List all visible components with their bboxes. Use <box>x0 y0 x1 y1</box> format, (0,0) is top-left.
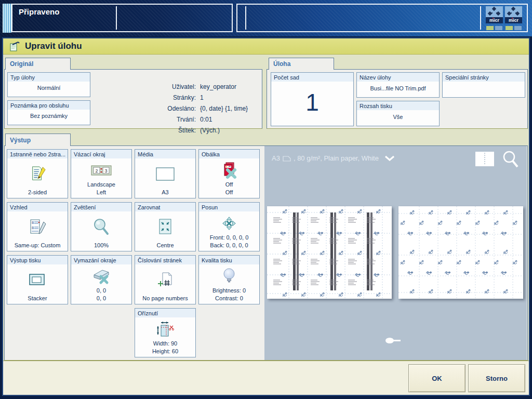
ok-button-label: OK <box>432 375 442 382</box>
top-status-bar: Připraveno micr micr <box>0 0 532 36</box>
print-range-button[interactable]: Rozsah tisku Vše <box>356 101 440 126</box>
layout-label: Vzhled <box>7 203 68 211</box>
micr-status-lights-1 <box>486 26 503 30</box>
svg-text:3: 3 <box>104 168 107 173</box>
micr-icon: micr <box>486 6 503 23</box>
tab-output-label: Výstup <box>10 137 31 144</box>
printer-status-text: Připraveno <box>19 7 59 16</box>
output-destination-button[interactable]: Výstup tisku Stacker <box>7 255 68 304</box>
page-numbering-value: No page numbers <box>135 295 195 304</box>
info-value: (Vých.) <box>200 127 248 134</box>
reduce-enlarge-label: Zvětšení <box>71 203 131 211</box>
tab-output[interactable]: Výstup <box>5 134 71 146</box>
job-info-list: Uživatel:key_operator Stránky:1 Odesláno… <box>135 83 248 134</box>
output-destination-value: Stacker <box>7 295 68 304</box>
operator-note-button[interactable]: Poznámka pro obsluhu Bez poznámky <box>7 100 90 125</box>
print-quality-label: Kvalita tisku <box>199 256 259 264</box>
reduce-enlarge-button[interactable]: Zvětšení 100% <box>71 202 132 251</box>
job-type-label: Typ úlohy <box>8 73 90 82</box>
tab-original[interactable]: Originál <box>5 58 71 70</box>
duplex-icon <box>7 158 68 189</box>
micr-label: micr <box>489 18 499 23</box>
preview-sheet-back[interactable] <box>398 206 523 299</box>
image-shift-button[interactable]: Posun Front: 0, 0, 0, 0 Back: 0, 0, 0, 0 <box>198 202 260 251</box>
print-quality-button[interactable]: Kvalita tisku Brightness: 0 Contrast: 0 <box>198 255 260 304</box>
tab-original-label: Originál <box>10 60 33 68</box>
media-dropdown[interactable]: A3 , 80 g/m², Plain paper, White <box>272 154 395 162</box>
media-value: A3 <box>135 189 195 198</box>
micr-indicator-1[interactable]: micr <box>486 6 503 30</box>
operator-note-label: Poznámka pro obsluhu <box>8 101 90 110</box>
dialog-title-bar: Upravit úlohu <box>3 38 529 55</box>
dialog-footer: OK Storno <box>3 361 529 395</box>
status-panel-divider <box>116 6 117 30</box>
job-type-button[interactable]: Typ úlohy Normální <box>7 72 90 97</box>
job-type-value: Normální <box>37 84 61 94</box>
tab-job[interactable]: Úloha <box>269 58 334 70</box>
cancel-button[interactable]: Storno <box>468 364 525 392</box>
edit-job-icon <box>9 42 20 51</box>
info-value: 0:01 <box>200 116 248 123</box>
tab-job-label: Úloha <box>273 60 290 68</box>
dialog-title: Upravit úlohu <box>25 41 82 51</box>
align-centre-icon <box>135 211 195 242</box>
cover-value: Off Off <box>199 181 259 198</box>
micr-indicator-2[interactable]: micr <box>505 6 522 30</box>
edge-erase-value: 0, 0 0, 0 <box>71 287 131 304</box>
print-range-label: Rozsah tisku <box>357 101 439 110</box>
preview-sheet-front[interactable] <box>267 206 392 299</box>
trim-button[interactable]: Oříznutí Width: 90 Height: 60 <box>135 308 196 357</box>
job-name-button[interactable]: Název úlohy Busi...file NO Trim.pdf <box>356 72 440 98</box>
zoom-preview-button[interactable] <box>502 150 520 169</box>
image-shift-label: Posun <box>199 203 259 211</box>
status-panel: Připraveno <box>11 4 233 32</box>
quantity-button[interactable]: Počet sad 1 <box>271 72 354 126</box>
paper-sheet-icon <box>283 155 291 162</box>
cover-label: Obálka <box>199 150 259 158</box>
trim-value: Width: 90 Height: 60 <box>135 340 195 357</box>
chevron-down-icon <box>384 155 395 161</box>
micr-red-dot <box>493 18 494 19</box>
special-pages-button[interactable]: Speciální stránky <box>442 72 525 98</box>
info-label: Štítek: <box>135 127 196 134</box>
job-name-value: Busi...file NO Trim.pdf <box>370 85 426 94</box>
svg-text:B: B <box>32 221 34 224</box>
stripe-decoration <box>3 4 11 33</box>
info-label: Odesláno: <box>135 105 196 112</box>
cancel-button-label: Storno <box>486 375 508 382</box>
align-label: Zarovnat <box>135 203 195 211</box>
ok-button[interactable]: OK <box>408 364 466 392</box>
micr-label: micr <box>509 18 518 23</box>
sides-imaged-button[interactable]: 1stranně nebo 2stra... 2-sided <box>7 149 68 198</box>
page-view-button[interactable] <box>475 151 495 167</box>
micr-red-dot <box>512 18 513 19</box>
connector-icon <box>385 337 402 344</box>
edge-erase-icon <box>71 264 131 287</box>
special-pages-label: Speciální stránky <box>443 73 525 82</box>
page-numbering-button[interactable]: Číslování stránek No page numbers <box>135 255 196 304</box>
group-original: Typ úlohy Normální Poznámka pro obsluhu … <box>4 69 262 129</box>
cover-button[interactable]: Obálka Off Off <box>198 149 260 198</box>
message-panel-divider-2 <box>480 6 481 30</box>
crop-icon <box>135 317 195 340</box>
media-button[interactable]: Média A3 <box>135 149 196 198</box>
edit-job-dialog: Upravit úlohu Originál Typ úlohy Normáln… <box>2 37 530 396</box>
operator-note-value: Bez poznámky <box>30 112 68 122</box>
micr-status-lights-2 <box>505 26 522 30</box>
job-name-label: Název úlohy <box>357 73 439 82</box>
output-destination-label: Výstup tisku <box>7 256 68 264</box>
edge-erase-button[interactable]: Vymazání okraje 0, 0 0, 0 <box>71 255 132 304</box>
message-panel: micr micr <box>236 4 528 32</box>
binding-edge-button[interactable]: Vázací okraj 2 3 Landscape Left <box>71 149 132 198</box>
page-numbers-icon <box>135 264 195 295</box>
layout-button[interactable]: Vzhled B B Same-up: Custom <box>7 202 68 251</box>
info-value: 1 <box>200 94 248 101</box>
info-label: Uživatel: <box>135 83 196 90</box>
svg-text:2: 2 <box>95 168 98 173</box>
micr-icon: micr <box>505 6 522 23</box>
magnifier-icon <box>71 211 131 242</box>
svg-text:B: B <box>32 226 34 230</box>
info-value: key_operator <box>200 83 248 90</box>
info-label: Trvání: <box>135 116 196 123</box>
align-button[interactable]: Zarovnat Centre <box>135 202 196 251</box>
